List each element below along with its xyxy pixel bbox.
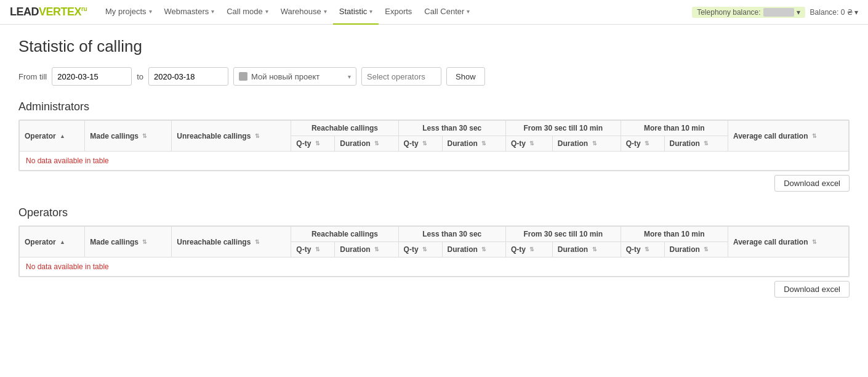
sort-icon[interactable]: ⇅ [142, 134, 147, 139]
chevron-down-icon: ▾ [149, 8, 152, 15]
sort-icon[interactable]: ⇅ [592, 141, 597, 147]
logo-ru: ru [81, 6, 87, 12]
th-made-callings: Made callings ⇅ [85, 121, 172, 152]
sort-icon[interactable]: ⇅ [481, 247, 486, 253]
sort-icon[interactable]: ⇅ [255, 134, 260, 139]
th-more10-qty: Q-ty ⇅ [621, 242, 664, 257]
sort-icon[interactable]: ⇅ [812, 134, 817, 139]
logo[interactable]: LEADVERTEXru [10, 6, 87, 18]
sort-icon[interactable]: ⇅ [592, 247, 597, 253]
administrators-download-row: Download excel [18, 175, 850, 192]
th-30sec-10min-group: From 30 sec till 10 min [505, 121, 621, 136]
sort-icon[interactable]: ⇅ [704, 247, 709, 253]
project-color-indicator [239, 72, 247, 81]
sort-icon[interactable]: ⇅ [812, 240, 817, 245]
sort-icon[interactable]: ⇅ [645, 247, 649, 253]
nav-item-my-projects[interactable]: My projects ▾ [99, 0, 158, 25]
telephony-balance[interactable]: Telephony balance: ▾ [692, 7, 805, 18]
chevron-down-icon: ▾ [348, 73, 351, 80]
nav-right: Telephony balance: ▾ Balance: 0 ₴ ▾ [692, 7, 858, 18]
sort-icon[interactable]: ⇅ [529, 247, 534, 253]
sort-icon[interactable]: ⇅ [374, 247, 379, 253]
logo-lead: LEAD [10, 6, 39, 18]
th-less-30-sec-group: Less than 30 sec [398, 121, 505, 136]
administrators-table: Operator ▲ Made callings ⇅ Unreachable c… [19, 120, 849, 171]
nav-item-call-mode[interactable]: Call mode ▾ [220, 0, 275, 25]
filters-row: From till to Мой новый проект ▾ Show [18, 67, 850, 86]
th-30to10-duration: Duration ⇅ [552, 136, 621, 152]
th-less-30-sec-group: Less than 30 sec [398, 227, 505, 242]
sort-icon[interactable]: ⇅ [255, 240, 260, 245]
th-reachable-callings-group: Reachable callings [291, 227, 398, 242]
chevron-down-icon: ▾ [211, 8, 214, 15]
th-reachable-qty: Q-ty ⇅ [291, 136, 335, 152]
sort-icon[interactable]: ⇅ [315, 247, 320, 253]
chevron-down-icon: ▾ [854, 8, 858, 17]
operators-title: Operators [18, 206, 850, 219]
sort-icon[interactable]: ⇅ [315, 141, 320, 147]
date-to-input[interactable] [148, 67, 228, 86]
th-avg-call-duration: Average call duration ⇅ [728, 227, 848, 257]
th-less30-duration: Duration ⇅ [442, 242, 505, 257]
administrators-table-wrapper: Operator ▲ Made callings ⇅ Unreachable c… [18, 120, 850, 171]
chevron-down-icon: ▾ [467, 8, 470, 15]
operators-table: Operator ▲ Made callings ⇅ Unreachable c… [19, 226, 849, 277]
th-avg-call-duration: Average call duration ⇅ [728, 121, 848, 152]
show-button[interactable]: Show [446, 67, 485, 86]
th-more-10min-group: More than 10 min [621, 121, 728, 136]
th-operator: Operator ▲ [20, 121, 85, 152]
th-unreachable-callings: Unreachable callings ⇅ [172, 121, 291, 152]
th-operator: Operator ▲ [20, 227, 85, 257]
th-reachable-duration: Duration ⇅ [335, 242, 398, 257]
administrators-section: Administrators Operator ▲ Made callings … [18, 100, 850, 192]
chevron-down-icon: ▾ [265, 8, 268, 15]
sort-icon[interactable]: ⇅ [422, 141, 427, 147]
operators-download-excel-button[interactable]: Download excel [774, 281, 850, 298]
operators-table-wrapper: Operator ▲ Made callings ⇅ Unreachable c… [18, 225, 850, 277]
th-reachable-callings-group: Reachable callings [291, 121, 398, 136]
sort-icon[interactable]: ⇅ [142, 240, 147, 245]
th-less30-qty: Q-ty ⇅ [398, 242, 442, 257]
th-more10-duration: Duration ⇅ [664, 136, 728, 152]
sort-icon[interactable]: ⇅ [529, 141, 534, 147]
nav-items: My projects ▾ Webmasters ▾ Call mode ▾ W… [99, 0, 692, 25]
to-label: to [137, 72, 143, 81]
chevron-down-icon: ▾ [797, 8, 800, 17]
sort-icon[interactable]: ⇅ [422, 247, 427, 253]
administrators-download-excel-button[interactable]: Download excel [774, 175, 850, 192]
operators-input[interactable] [361, 67, 441, 86]
operators-download-row: Download excel [18, 281, 850, 298]
th-less30-qty: Q-ty ⇅ [398, 136, 442, 152]
sort-asc-icon[interactable]: ▲ [60, 240, 65, 245]
th-30to10-duration: Duration ⇅ [552, 242, 621, 257]
nav-item-statistic[interactable]: Statistic ▾ [333, 0, 379, 25]
th-reachable-qty: Q-ty ⇅ [291, 242, 335, 257]
sort-icon[interactable]: ⇅ [704, 141, 709, 147]
logo-vert: VERTEX [39, 6, 81, 18]
nav-item-warehouse[interactable]: Warehouse ▾ [275, 0, 333, 25]
sort-icon[interactable]: ⇅ [374, 141, 379, 147]
sort-icon[interactable]: ⇅ [645, 141, 649, 147]
th-made-callings: Made callings ⇅ [85, 227, 172, 257]
sort-icon[interactable]: ⇅ [481, 141, 486, 147]
table-row: No data available in table [20, 257, 849, 277]
date-from-input[interactable] [52, 67, 132, 86]
th-more-10min-group: More than 10 min [621, 227, 728, 242]
nav-item-call-center[interactable]: Call Center ▾ [418, 0, 476, 25]
th-more10-duration: Duration ⇅ [664, 242, 728, 257]
page-title: Statistic of calling [18, 37, 850, 56]
from-till-label: From till [18, 72, 47, 81]
project-name: Мой новый проект [251, 72, 344, 81]
administrators-title: Administrators [18, 100, 850, 113]
no-data-message: No data available in table [20, 152, 849, 171]
table-row: No data available in table [20, 152, 849, 171]
project-selector[interactable]: Мой новый проект ▾ [233, 67, 356, 86]
no-data-message: No data available in table [20, 257, 849, 277]
nav-item-webmasters[interactable]: Webmasters ▾ [158, 0, 221, 25]
balance-display[interactable]: Balance: 0 ₴ ▾ [810, 8, 858, 17]
th-less30-duration: Duration ⇅ [442, 136, 505, 152]
nav-item-exports[interactable]: Exports [379, 0, 418, 25]
sort-asc-icon[interactable]: ▲ [60, 134, 65, 139]
chevron-down-icon: ▾ [324, 8, 327, 15]
th-more10-qty: Q-ty ⇅ [621, 136, 664, 152]
